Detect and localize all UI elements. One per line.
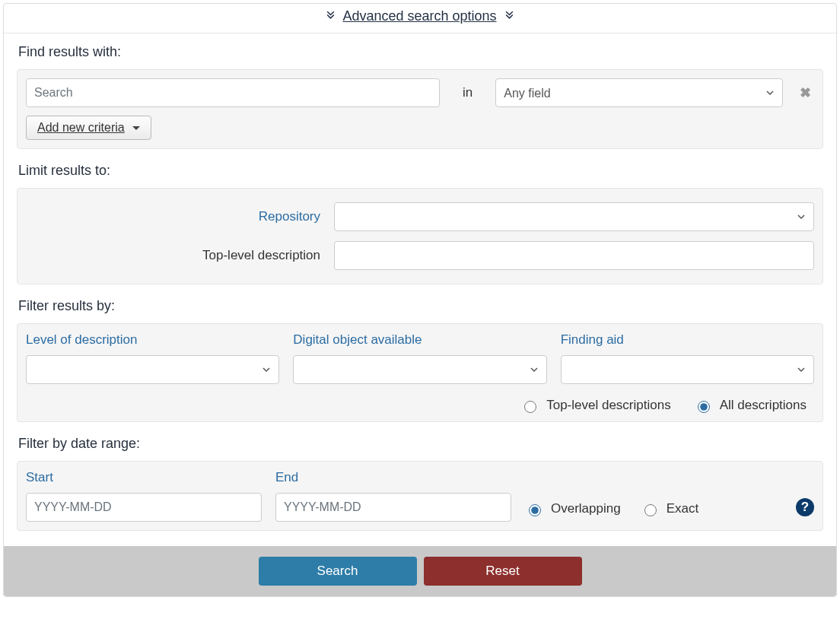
help-icon[interactable]: ? [796, 498, 814, 516]
top-level-description-label: Top-level description [26, 248, 334, 263]
close-icon: ✖ [800, 85, 811, 100]
filter-well: Level of description Digital object avai… [17, 323, 823, 422]
exact-radio[interactable] [644, 504, 657, 516]
section-filter-results-label: Filter results by: [18, 298, 823, 314]
finding-aid-col: Finding aid [561, 332, 814, 384]
date-row: Start End Overlapping Exact [26, 470, 814, 522]
field-select[interactable]: Any field [495, 78, 783, 107]
panel-header: Advanced search options [4, 4, 836, 33]
overlapping-radio-group[interactable]: Overlapping [525, 501, 621, 516]
top-level-descriptions-label: Top-level descriptions [546, 398, 670, 413]
repository-row: Repository [26, 202, 814, 231]
section-filter-date-label: Filter by date range: [18, 436, 823, 452]
start-date-col: Start [26, 470, 262, 522]
finding-aid-label: Finding aid [561, 332, 814, 348]
search-button[interactable]: Search [259, 557, 417, 586]
top-level-description-input[interactable] [334, 241, 814, 270]
add-new-criteria-label: Add new criteria [37, 121, 125, 135]
date-well: Start End Overlapping Exact [17, 461, 823, 531]
top-level-descriptions-radio-group[interactable]: Top-level descriptions [520, 398, 670, 413]
overlapping-label: Overlapping [551, 501, 621, 516]
exact-label: Exact [667, 501, 699, 516]
digital-object-label: Digital object available [293, 332, 546, 348]
top-level-descriptions-radio[interactable] [524, 401, 536, 413]
advanced-options-toggle[interactable]: Advanced search options [342, 8, 496, 24]
criteria-well: in Any field ✖ Add new criteria [17, 69, 823, 149]
all-descriptions-radio[interactable] [698, 401, 710, 413]
section-find-results-label: Find results with: [18, 44, 823, 60]
repository-label: Repository [26, 209, 334, 224]
remove-criteria-button[interactable]: ✖ [792, 84, 814, 101]
digital-col: Digital object available [293, 332, 546, 384]
filter-grid: Level of description Digital object avai… [26, 332, 814, 384]
criteria-row: in Any field ✖ [26, 78, 814, 107]
chevron-down-double-icon [504, 10, 514, 22]
exact-radio-group[interactable]: Exact [641, 501, 699, 516]
digital-object-select[interactable] [293, 355, 546, 384]
reset-button[interactable]: Reset [424, 557, 582, 586]
level-col: Level of description [26, 332, 279, 384]
advanced-search-panel: Advanced search options Find results wit… [3, 3, 837, 597]
repository-select[interactable] [334, 202, 814, 231]
end-date-col: End [275, 470, 511, 522]
all-descriptions-label: All descriptions [720, 398, 807, 413]
in-label: in [449, 85, 486, 100]
add-new-criteria-button[interactable]: Add new criteria [26, 116, 151, 140]
caret-down-icon [132, 126, 140, 130]
end-date-input[interactable] [275, 493, 511, 522]
all-descriptions-radio-group[interactable]: All descriptions [694, 398, 807, 413]
chevron-down-double-icon [326, 10, 336, 22]
footer: Search Reset [4, 546, 836, 596]
top-level-row: Top-level description [26, 241, 814, 270]
description-scope-radios: Top-level descriptions All descriptions [26, 398, 814, 413]
start-date-label: Start [26, 470, 262, 485]
add-criteria-row: Add new criteria [26, 116, 814, 140]
search-input[interactable] [26, 78, 440, 107]
date-mode-radios: Overlapping Exact [525, 501, 782, 522]
limit-well: Repository Top-level description [17, 188, 823, 284]
end-date-label: End [275, 470, 511, 485]
finding-aid-select[interactable] [561, 355, 814, 384]
section-limit-results-label: Limit results to: [18, 163, 823, 179]
start-date-input[interactable] [26, 493, 262, 522]
level-of-description-select[interactable] [26, 355, 279, 384]
overlapping-radio[interactable] [529, 504, 541, 516]
panel-body: Find results with: in Any field ✖ Add [4, 33, 836, 531]
level-of-description-label: Level of description [26, 332, 279, 348]
